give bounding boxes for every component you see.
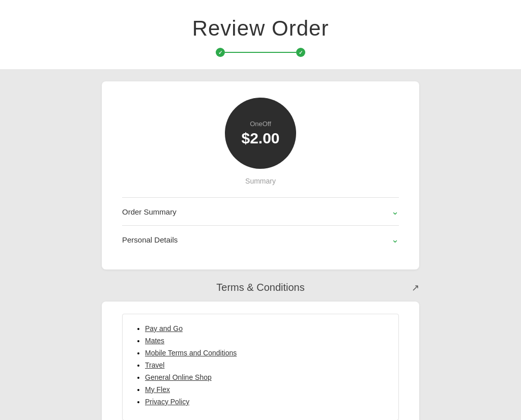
travel-link[interactable]: Travel (145, 361, 164, 369)
progress-step-2 (296, 48, 305, 57)
price-circle-amount: $2.00 (241, 130, 279, 147)
list-item: Privacy Policy (145, 398, 386, 406)
order-card: OneOff $2.00 Summary Order Summary ⌄ Per… (102, 81, 419, 269)
general-online-shop-link[interactable]: General Online Shop (145, 373, 212, 381)
order-summary-accordion[interactable]: Order Summary ⌄ (122, 197, 399, 225)
my-flex-link[interactable]: My Flex (145, 385, 170, 394)
page-title: Review Order (0, 16, 521, 41)
price-circle: OneOff $2.00 (225, 98, 296, 169)
summary-label: Summary (122, 177, 399, 185)
mobile-terms-link[interactable]: Mobile Terms and Conditions (145, 349, 237, 357)
page-header: Review Order (0, 0, 521, 69)
terms-list-box: Pay and Go Mates Mobile Terms and Condit… (122, 314, 399, 420)
terms-card: Pay and Go Mates Mobile Terms and Condit… (102, 302, 419, 420)
pay-and-go-link[interactable]: Pay and Go (145, 324, 183, 333)
mates-link[interactable]: Mates (145, 337, 164, 345)
list-item: Mates (145, 337, 386, 345)
page-content: OneOff $2.00 Summary Order Summary ⌄ Per… (0, 69, 521, 420)
expand-icon[interactable]: ↗ (412, 282, 419, 293)
terms-title: Terms & Conditions (216, 282, 304, 293)
progress-line (225, 52, 296, 53)
order-summary-chevron-icon: ⌄ (391, 206, 399, 217)
list-item: General Online Shop (145, 373, 386, 381)
terms-header-row: Terms & Conditions ↗ (102, 282, 419, 293)
progress-step-1 (216, 48, 225, 57)
price-circle-label: OneOff (250, 120, 271, 128)
progress-bar (0, 48, 521, 57)
personal-details-label: Personal Details (122, 235, 178, 244)
terms-links-list: Pay and Go Mates Mobile Terms and Condit… (135, 324, 386, 406)
list-item: Mobile Terms and Conditions (145, 349, 386, 357)
list-item: Pay and Go (145, 324, 386, 333)
order-summary-label: Order Summary (122, 207, 177, 216)
personal-details-accordion[interactable]: Personal Details ⌄ (122, 225, 399, 253)
privacy-policy-link[interactable]: Privacy Policy (145, 398, 189, 406)
list-item: My Flex (145, 385, 386, 394)
list-item: Travel (145, 361, 386, 369)
personal-details-chevron-icon: ⌄ (391, 234, 399, 245)
